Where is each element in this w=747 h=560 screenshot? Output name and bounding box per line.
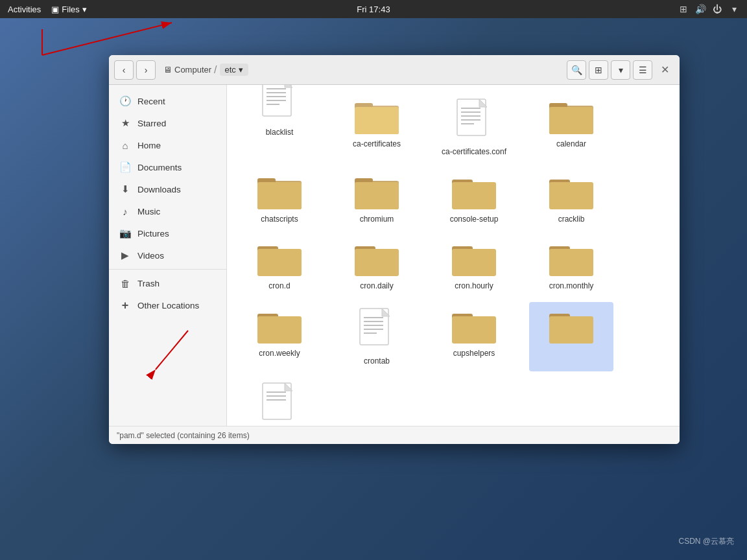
status-text: "pam.d" selected (containing 26 items): [117, 431, 250, 440]
svg-rect-54: [549, 316, 593, 344]
svg-rect-29: [355, 182, 399, 209]
list-item[interactable]: cracklib: [529, 168, 613, 230]
doc-icon: [261, 85, 298, 125]
list-item[interactable]: console-setup: [432, 168, 516, 230]
sidebar-item-downloads[interactable]: ⬇ Downloads: [109, 178, 226, 200]
view-button[interactable]: ⊞: [589, 60, 608, 80]
sidebar-item-music[interactable]: ♪ Music: [109, 200, 226, 222]
sidebar-item-other-locations[interactable]: + Other Locations: [109, 294, 226, 316]
file-name: crontab: [364, 356, 390, 367]
folder-icon: [451, 307, 497, 346]
sidebar-item-videos[interactable]: ▶ Videos: [109, 244, 226, 266]
view-dropdown-button[interactable]: ▾: [611, 60, 630, 80]
folder-icon: [353, 98, 400, 137]
folder-icon: [451, 240, 497, 279]
sidebar-label-documents: Documents: [137, 163, 182, 172]
sidebar-label-videos: Videos: [137, 251, 164, 261]
folder-icon: [548, 98, 595, 137]
videos-icon: ▶: [119, 250, 131, 261]
list-item[interactable]: calendar: [529, 93, 613, 163]
trash-icon: 🗑: [119, 277, 131, 289]
folder-icon: [451, 173, 497, 212]
sidebar: 🕐 Recent ★ Starred ⌂ Home 📄 Documents ⬇: [109, 85, 227, 426]
power-icon[interactable]: ⏻: [712, 4, 722, 14]
file-name: chromium: [360, 215, 394, 225]
svg-rect-41: [549, 249, 593, 276]
back-button[interactable]: ‹: [114, 60, 134, 80]
sidebar-divider: [109, 269, 226, 270]
list-item[interactable]: ca-certificates: [335, 93, 419, 163]
folder-icon: [548, 240, 595, 279]
list-item[interactable]: [237, 377, 322, 426]
sidebar-item-starred[interactable]: ★ Starred: [109, 112, 226, 134]
folder-icon: [256, 307, 303, 346]
activities-button[interactable]: Activities: [8, 5, 41, 14]
svg-rect-52: [452, 316, 496, 344]
path-etc[interactable]: etc ▾: [220, 64, 248, 76]
doc-icon: [359, 307, 395, 354]
list-item[interactable]: cron.daily: [335, 235, 419, 297]
file-name: chatscripts: [261, 215, 298, 225]
sidebar-item-home[interactable]: ⌂ Home: [109, 134, 226, 156]
network-icon[interactable]: ⊞: [678, 4, 689, 14]
files-dropdown-icon: ▾: [82, 5, 87, 14]
status-bar: "pam.d" selected (containing 26 items): [109, 426, 680, 444]
folder-icon: [256, 173, 303, 212]
list-item[interactable]: cron.weekly: [237, 302, 322, 372]
svg-rect-43: [257, 316, 302, 344]
file-name: cron.weekly: [259, 349, 300, 359]
path-separator: /: [214, 64, 217, 76]
list-item[interactable]: crontab: [335, 302, 419, 372]
documents-icon: 📄: [119, 161, 131, 173]
file-name: cron.daily: [360, 281, 393, 292]
sidebar-item-recent[interactable]: 🕐 Recent: [109, 90, 226, 112]
sidebar-item-pictures[interactable]: 📷 Pictures: [109, 222, 226, 244]
computer-icon: 🖥: [163, 65, 172, 75]
list-item[interactable]: [529, 302, 613, 372]
other-locations-icon: +: [119, 299, 131, 311]
list-item[interactable]: cron.hourly: [432, 235, 516, 297]
file-manager-window: ‹ › 🖥 Computer / etc ▾ 🔍 ⊞ ▾ ☰ ✕: [109, 55, 680, 444]
sidebar-label-trash: Trash: [137, 279, 160, 288]
list-item[interactable]: chromium: [335, 168, 419, 230]
list-item[interactable]: chatscripts: [237, 168, 322, 230]
file-name: cron.hourly: [455, 281, 493, 292]
file-name: ca-certificates.conf: [442, 147, 506, 158]
search-button[interactable]: 🔍: [567, 60, 586, 80]
sidebar-item-documents[interactable]: 📄 Documents: [109, 156, 226, 178]
topbar-clock: Fri 17:43: [357, 5, 390, 14]
main-content: 🕐 Recent ★ Starred ⌂ Home 📄 Documents ⬇: [109, 85, 680, 426]
doc-icon: [261, 382, 298, 426]
folder-icon: [256, 240, 303, 279]
sidebar-label-home: Home: [137, 141, 161, 150]
file-name: cron.monthly: [549, 281, 594, 292]
sidebar-item-trash[interactable]: 🗑 Trash: [109, 272, 226, 294]
forward-button[interactable]: ›: [136, 60, 156, 80]
folder-icon: [353, 240, 400, 279]
file-grid: blacklist ca-certificates: [237, 93, 669, 426]
recent-icon: 🕐: [119, 95, 131, 107]
sidebar-label-downloads: Downloads: [137, 185, 181, 194]
files-menu-button[interactable]: ▣ Files ▾: [51, 5, 86, 14]
svg-rect-23: [549, 107, 593, 134]
volume-icon[interactable]: 🔊: [695, 4, 706, 14]
list-item[interactable]: cron.monthly: [529, 235, 613, 297]
menu-button[interactable]: ☰: [633, 60, 652, 80]
music-icon: ♪: [119, 205, 131, 217]
downloads-icon: ⬇: [119, 183, 131, 195]
list-item[interactable]: ca-certificates.conf: [432, 93, 516, 163]
list-item[interactable]: cupshelpers: [432, 302, 516, 372]
folder-icon: [548, 173, 595, 212]
file-grid-container[interactable]: blacklist ca-certificates: [227, 85, 680, 426]
list-item[interactable]: cron.d: [237, 235, 322, 297]
svg-rect-33: [549, 182, 593, 209]
list-item[interactable]: blacklist: [237, 85, 322, 163]
svg-rect-12: [355, 107, 399, 134]
svg-rect-31: [452, 182, 496, 209]
file-name: ca-certificates: [353, 139, 401, 150]
system-dropdown-icon[interactable]: ▾: [729, 4, 739, 14]
folder-icon: [353, 173, 400, 212]
svg-rect-39: [452, 249, 496, 276]
path-computer[interactable]: 🖥 Computer: [163, 65, 211, 75]
close-button[interactable]: ✕: [655, 60, 674, 80]
